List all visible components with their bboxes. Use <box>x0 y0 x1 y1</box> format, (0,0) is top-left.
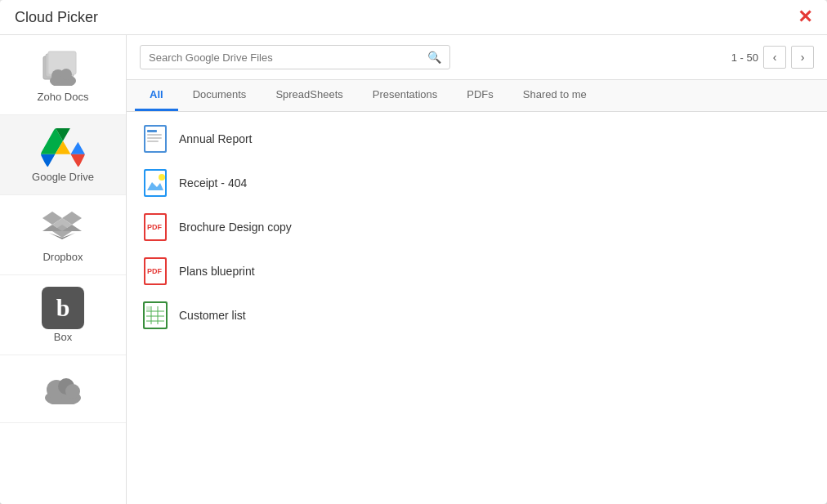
file-name-annual-report: Annual Report <box>179 132 253 145</box>
file-item-customer-list[interactable]: Customer list <box>127 293 827 337</box>
svg-text:PDF: PDF <box>147 267 163 275</box>
prev-page-button[interactable]: ‹ <box>763 46 786 69</box>
file-name-customer-list: Customer list <box>179 309 246 322</box>
file-name-plans-blueprint: Plans blueprint <box>179 265 255 278</box>
dropbox-icon <box>41 210 85 246</box>
zoho-docs-icon <box>41 50 85 86</box>
file-name-receipt-404: Receipt - 404 <box>179 176 247 190</box>
tab-shared[interactable]: Shared to me <box>508 80 601 111</box>
tab-documents[interactable]: Documents <box>178 80 262 111</box>
tab-spreadsheets[interactable]: SpreadSheets <box>261 80 357 111</box>
svg-point-16 <box>65 384 80 399</box>
svg-rect-19 <box>147 130 157 132</box>
dialog-body: Zoho Docs Google Drive <box>0 35 827 504</box>
sidebar-item-google-drive[interactable]: Google Drive <box>0 115 126 195</box>
svg-rect-40 <box>146 306 151 311</box>
svg-text:PDF: PDF <box>147 223 163 231</box>
sidebar-item-google-drive-label: Google Drive <box>32 171 94 183</box>
svg-point-26 <box>159 174 165 181</box>
file-item-receipt-404[interactable]: Receipt - 404 <box>127 161 827 205</box>
svg-point-5 <box>60 69 72 80</box>
search-box[interactable]: 🔍 <box>140 45 450 69</box>
file-item-plans-blueprint[interactable]: PDF Plans blueprint <box>127 249 827 293</box>
cloud-picker-dialog: Cloud Picker ✕ <box>0 0 827 504</box>
img-file-icon <box>143 169 168 197</box>
next-page-button[interactable]: › <box>791 46 814 69</box>
file-item-annual-report[interactable]: Annual Report <box>127 117 827 161</box>
main-content: 🔍 1 - 50 ‹ › All Documents SpreadSheets <box>127 35 827 504</box>
svg-rect-21 <box>147 137 162 139</box>
tab-pdfs[interactable]: PDFs <box>452 80 508 111</box>
svg-rect-22 <box>147 140 159 142</box>
toolbar: 🔍 1 - 50 ‹ › <box>127 35 827 80</box>
sidebar-item-dropbox[interactable]: Dropbox <box>0 195 126 275</box>
box-icon: b <box>41 290 85 326</box>
dialog-title: Cloud Picker <box>15 9 98 26</box>
other-cloud-icon <box>41 370 85 406</box>
sidebar-item-dropbox-label: Dropbox <box>42 251 83 263</box>
pdf-file-icon-2: PDF <box>143 257 168 285</box>
xls-file-icon <box>143 301 168 329</box>
sidebar: Zoho Docs Google Drive <box>0 35 127 504</box>
title-bar: Cloud Picker ✕ <box>0 0 827 35</box>
search-input[interactable] <box>149 51 427 64</box>
tabs-bar: All Documents SpreadSheets Presentations… <box>127 80 827 112</box>
close-button[interactable]: ✕ <box>798 8 812 26</box>
svg-rect-20 <box>147 134 162 136</box>
search-icon: 🔍 <box>427 51 441 64</box>
tab-all[interactable]: All <box>135 80 178 111</box>
doc-file-icon <box>143 125 168 153</box>
google-drive-icon <box>41 130 85 166</box>
tab-presentations[interactable]: Presentations <box>358 80 453 111</box>
pagination-range: 1 - 50 <box>731 51 758 64</box>
sidebar-item-box[interactable]: b Box <box>0 275 126 355</box>
file-item-brochure-design[interactable]: PDF Brochure Design copy <box>127 205 827 249</box>
sidebar-item-zoho-docs[interactable]: Zoho Docs <box>0 35 126 115</box>
pdf-file-icon-1: PDF <box>143 213 168 241</box>
sidebar-item-zoho-docs-label: Zoho Docs <box>38 91 89 103</box>
sidebar-item-other[interactable] <box>0 355 126 423</box>
file-name-brochure-design: Brochure Design copy <box>179 221 292 234</box>
file-list: Annual Report Receipt - <box>127 112 827 504</box>
sidebar-item-box-label: Box <box>54 331 72 343</box>
pagination: 1 - 50 ‹ › <box>731 46 814 69</box>
